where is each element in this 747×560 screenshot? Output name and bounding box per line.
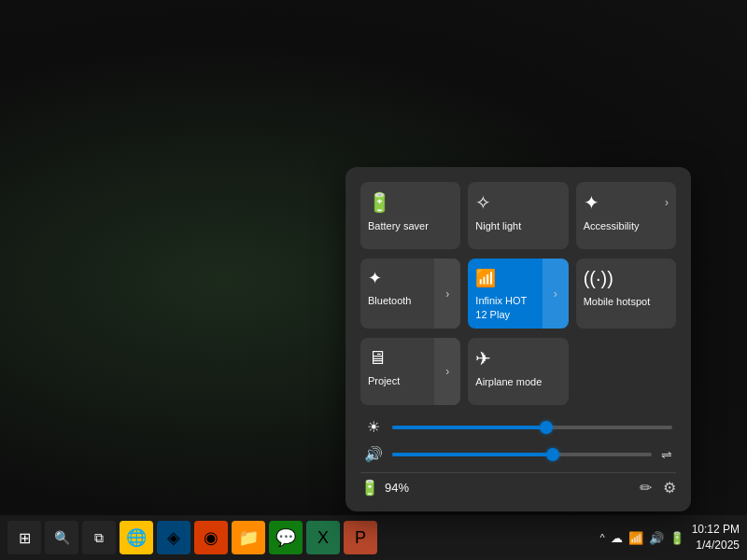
taskbar: ⊞ 🔍 ⧉ 🌐 ◈ ◉ 📁 💬 X P ^ ☁ 📶 🔊 🔋 10:12 PM 1… xyxy=(0,515,747,560)
mobile-hotspot-label: Mobile hotspot xyxy=(584,295,651,308)
panel-bottom: 🔋 94% ✏ ⚙ xyxy=(360,472,676,497)
tray-chevron-icon[interactable]: ^ xyxy=(599,532,604,543)
accessibility-label: Accessibility xyxy=(584,219,640,232)
bluetooth-icon: ✦ xyxy=(368,268,382,288)
task-view-button[interactable]: ⧉ xyxy=(82,521,116,554)
wifi-tray-icon[interactable]: 📶 xyxy=(628,531,643,545)
app-icon-vscode[interactable]: ◈ xyxy=(157,521,190,554)
app-icon-chrome[interactable]: 🌐 xyxy=(120,521,153,554)
brightness-slider-row: ☀ xyxy=(360,418,676,436)
taskbar-apps: ⊞ 🔍 ⧉ 🌐 ◈ ◉ 📁 💬 X P xyxy=(7,521,377,554)
bluetooth-tile-main[interactable]: ✦ Bluetooth xyxy=(360,259,434,329)
battery-tray-icon[interactable]: 🔋 xyxy=(669,531,684,545)
panel-actions: ✏ ⚙ xyxy=(640,479,676,497)
system-tray-icons: ^ ☁ 📶 🔊 🔋 xyxy=(599,531,684,545)
app-icon-powerpoint[interactable]: P xyxy=(344,521,377,554)
wifi-chevron-button[interactable]: › xyxy=(543,259,569,329)
battery-saver-icon: 🔋 xyxy=(368,191,391,214)
app-icon-files[interactable]: 📁 xyxy=(232,521,265,554)
mobile-hotspot-icon: ((·)) xyxy=(584,268,613,289)
battery-saver-label: Battery saver xyxy=(368,219,429,232)
bluetooth-label: Bluetooth xyxy=(368,294,411,307)
accessibility-chevron-icon: › xyxy=(665,196,669,209)
empty-tile xyxy=(576,338,676,405)
wifi-tile[interactable]: 📶 Infinix HOT 12 Play › xyxy=(468,259,568,329)
mobile-hotspot-tile[interactable]: ((·)) Mobile hotspot xyxy=(576,259,676,329)
accessibility-icon: ✦ xyxy=(584,191,599,214)
volume-thumb[interactable] xyxy=(546,448,559,461)
brightness-icon: ☀ xyxy=(364,418,383,436)
wifi-icon: 📶 xyxy=(475,268,496,288)
project-icon: 🖥 xyxy=(368,347,387,369)
tiles-row-2: ✦ Bluetooth › 📶 Infinix HOT 12 Play › ((… xyxy=(360,259,676,329)
project-label: Project xyxy=(368,374,400,387)
tiles-row-1: 🔋 Battery saver ✧ Night light ✦ › Access… xyxy=(360,182,676,249)
tiles-row-3: 🖥 Project › ✈ Airplane mode xyxy=(360,338,676,405)
wifi-tile-main[interactable]: 📶 Infinix HOT 12 Play xyxy=(468,259,542,329)
volume-tray-icon[interactable]: 🔊 xyxy=(649,531,664,545)
start-button[interactable]: ⊞ xyxy=(7,521,41,554)
brightness-fill xyxy=(392,426,546,429)
open-settings-button[interactable]: ⚙ xyxy=(663,479,676,497)
volume-icon: 🔊 xyxy=(364,445,383,463)
search-button[interactable]: 🔍 xyxy=(45,521,78,554)
night-light-icon: ✧ xyxy=(475,191,491,214)
brightness-slider[interactable] xyxy=(392,426,672,429)
accessibility-tile[interactable]: ✦ › Accessibility xyxy=(576,182,676,249)
night-light-tile[interactable]: ✧ Night light xyxy=(468,182,568,249)
edit-quick-settings-button[interactable]: ✏ xyxy=(640,479,652,497)
airplane-mode-label: Airplane mode xyxy=(475,375,542,388)
volume-slider[interactable] xyxy=(392,453,652,456)
project-tile-main[interactable]: 🖥 Project xyxy=(360,338,434,405)
bluetooth-chevron-button[interactable]: › xyxy=(434,259,460,329)
battery-status-icon: 🔋 xyxy=(360,479,379,497)
airplane-mode-icon: ✈ xyxy=(475,347,491,370)
quick-settings-panel: 🔋 Battery saver ✧ Night light ✦ › Access… xyxy=(345,167,691,511)
project-chevron-button[interactable]: › xyxy=(434,338,460,405)
taskbar-right: ^ ☁ 📶 🔊 🔋 10:12 PM 1/4/2025 xyxy=(599,522,740,553)
app-icon-excel[interactable]: X xyxy=(306,521,340,554)
taskbar-date-display: 1/4/2025 xyxy=(692,538,740,553)
battery-info: 🔋 94% xyxy=(360,479,409,497)
volume-fill xyxy=(392,453,553,456)
airplane-mode-tile[interactable]: ✈ Airplane mode xyxy=(468,338,568,405)
volume-slider-row: 🔊 ⇌ xyxy=(360,445,676,463)
bluetooth-tile[interactable]: ✦ Bluetooth › xyxy=(360,259,460,329)
app-icon-app1[interactable]: ◉ xyxy=(194,521,228,554)
audio-output-icon[interactable]: ⇌ xyxy=(661,447,672,462)
battery-saver-tile[interactable]: 🔋 Battery saver xyxy=(360,182,460,249)
taskbar-time-display: 10:12 PM xyxy=(692,522,740,538)
taskbar-clock[interactable]: 10:12 PM 1/4/2025 xyxy=(692,522,740,553)
wifi-label: Infinix HOT 12 Play xyxy=(475,294,534,321)
onedrive-icon[interactable]: ☁ xyxy=(611,531,623,545)
battery-percent: 94% xyxy=(385,481,409,495)
app-icon-whatsapp[interactable]: 💬 xyxy=(269,521,303,554)
brightness-thumb[interactable] xyxy=(540,421,553,434)
night-light-label: Night light xyxy=(475,219,521,232)
project-tile[interactable]: 🖥 Project › xyxy=(360,338,460,405)
